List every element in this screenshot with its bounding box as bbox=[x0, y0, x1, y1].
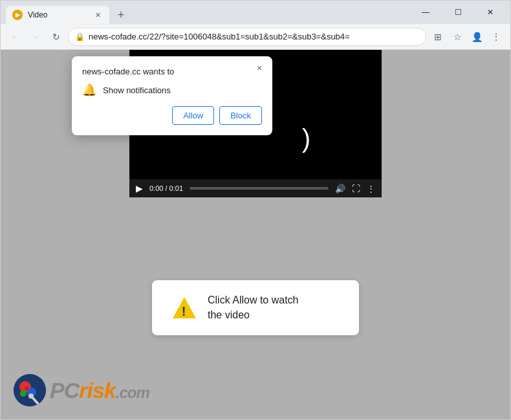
address-bar[interactable]: 🔒 news-cofade.cc/22/?site=1006048&sub1=s… bbox=[68, 28, 426, 46]
nav-bar: ← → ↻ 🔒 news-cofade.cc/22/?site=1006048&… bbox=[1, 24, 510, 50]
popup-buttons: Allow Block bbox=[82, 106, 262, 125]
svg-text:!: ! bbox=[182, 304, 186, 318]
menu-button[interactable]: ⋮ bbox=[487, 28, 505, 46]
minimize-button[interactable]: — bbox=[411, 2, 440, 23]
warning-triangle-icon: ! bbox=[171, 295, 197, 321]
tab-close-button[interactable]: ✕ bbox=[92, 10, 103, 20]
video-screen-decoration: ) bbox=[302, 124, 310, 153]
browser-window: ▶ Video ✕ + — ☐ ✕ ← → ↻ 🔒 news-cofade.cc… bbox=[0, 0, 511, 420]
title-bar: ▶ Video ✕ + — ☐ ✕ bbox=[1, 1, 510, 24]
pcrisk-icon bbox=[14, 374, 46, 406]
svg-point-8 bbox=[28, 393, 34, 399]
lock-icon: 🔒 bbox=[75, 32, 85, 41]
video-more-button[interactable]: ⋮ bbox=[367, 184, 375, 193]
video-time: 0:00 / 0:01 bbox=[149, 184, 183, 192]
fullscreen-button[interactable]: ⛶ bbox=[352, 184, 360, 193]
nav-actions: ⊞ ☆ 👤 ⋮ bbox=[429, 28, 505, 46]
refresh-button[interactable]: ↻ bbox=[47, 28, 65, 46]
click-allow-box: ! Click Allow to watch the video bbox=[152, 280, 359, 335]
video-controls: ▶ 0:00 / 0:01 🔊 ⛶ ⋮ bbox=[129, 179, 382, 197]
popup-close-button[interactable]: × bbox=[253, 61, 266, 74]
tab-favicon: ▶ bbox=[12, 10, 23, 20]
pcrisk-text: PCrisk.com bbox=[50, 378, 149, 403]
popup-permission: 🔔 Show notifications bbox=[82, 83, 262, 97]
tab-bar: ▶ Video ✕ + bbox=[6, 1, 408, 24]
popup-title: news-cofade.cc wants to bbox=[82, 67, 262, 76]
new-tab-button[interactable]: + bbox=[112, 6, 130, 24]
permission-text: Show notifications bbox=[103, 85, 171, 95]
bookmarks-button[interactable]: ☆ bbox=[448, 28, 466, 46]
block-button[interactable]: Block bbox=[219, 106, 262, 125]
play-button[interactable]: ▶ bbox=[136, 183, 143, 193]
video-progress-bar[interactable] bbox=[190, 187, 329, 190]
profile-button[interactable]: 👤 bbox=[468, 28, 486, 46]
address-text: news-cofade.cc/22/?site=1006048&sub1=sub… bbox=[89, 32, 419, 41]
close-button[interactable]: ✕ bbox=[475, 2, 505, 23]
extensions-button[interactable]: ⊞ bbox=[429, 28, 447, 46]
page-content: × news-cofade.cc wants to 🔔 Show notific… bbox=[1, 50, 510, 419]
notification-popup: × news-cofade.cc wants to 🔔 Show notific… bbox=[72, 56, 272, 135]
svg-point-6 bbox=[25, 386, 28, 390]
click-allow-text: Click Allow to watch the video bbox=[208, 293, 299, 322]
maximize-button[interactable]: ☐ bbox=[443, 2, 473, 23]
bell-icon: 🔔 bbox=[82, 83, 96, 97]
svg-point-5 bbox=[20, 390, 27, 397]
tab-title: Video bbox=[28, 10, 87, 19]
forward-button[interactable]: → bbox=[27, 28, 45, 46]
allow-button[interactable]: Allow bbox=[172, 106, 214, 125]
active-tab[interactable]: ▶ Video ✕ bbox=[6, 6, 109, 24]
volume-button[interactable]: 🔊 bbox=[335, 184, 345, 193]
window-controls: — ☐ ✕ bbox=[411, 2, 505, 23]
pcrisk-logo: PCrisk.com bbox=[14, 374, 149, 406]
back-button[interactable]: ← bbox=[6, 28, 24, 46]
